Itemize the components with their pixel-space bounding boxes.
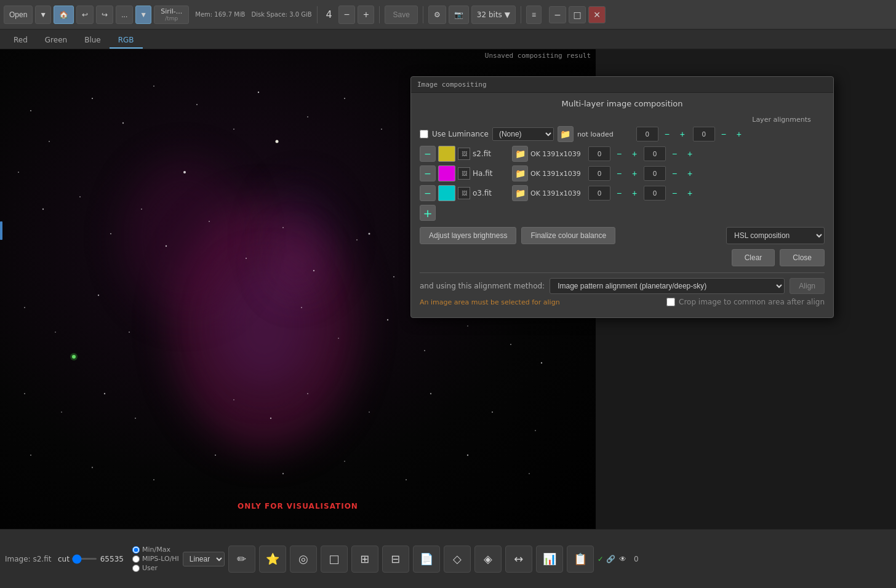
circle-tool-button[interactable]: ◎ <box>290 546 317 573</box>
tab-blue[interactable]: Blue <box>76 33 110 49</box>
luminance-plus-x-button[interactable]: + <box>676 127 689 141</box>
o3-minus-x-button[interactable]: − <box>612 186 626 200</box>
chart-tool-button[interactable]: 📊 <box>536 546 563 573</box>
ha-x-input[interactable] <box>588 166 610 181</box>
main-toolbar: Open ▼ 🏠 ↩ ↪ ... ▼ Siril-... /tmp Mem: 1… <box>0 0 896 30</box>
s2-plus-y-button[interactable]: + <box>683 147 697 161</box>
maximize-button[interactable]: □ <box>569 6 586 23</box>
open-dropdown-button[interactable]: ▼ <box>35 6 51 24</box>
tab-rgb[interactable]: RGB <box>110 33 143 49</box>
use-luminance-label: Use Luminance <box>432 130 489 138</box>
s2-align-y: − + <box>644 146 697 161</box>
settings-icon-button[interactable]: ⚙ <box>428 6 446 24</box>
tab-green[interactable]: Green <box>36 33 76 49</box>
dialog-bottom-buttons: Clear Close <box>420 249 825 266</box>
more-button[interactable]: ... <box>116 6 133 24</box>
o3-minus-y-button[interactable]: − <box>668 186 681 200</box>
o3-x-input[interactable] <box>588 186 610 201</box>
luminance-folder-button[interactable]: 📁 <box>558 126 574 142</box>
s2-align-x: − + <box>588 146 641 161</box>
ha-folder-button[interactable]: 📁 <box>512 165 528 181</box>
ha-minus-y-button[interactable]: − <box>668 167 681 180</box>
clear-button[interactable]: Clear <box>732 249 775 266</box>
luminance-minus-x-button[interactable]: − <box>660 127 674 141</box>
grid-tool-button[interactable]: ⊞ <box>351 546 378 573</box>
camera-icon-button[interactable]: 📷 <box>449 6 469 24</box>
s2-minus-x-button[interactable]: − <box>612 147 626 161</box>
page-icon: 📄 <box>420 552 433 565</box>
s2-y-input[interactable] <box>644 146 666 161</box>
zoom-controls: 👁 0 <box>619 555 644 563</box>
home-button[interactable]: 🏠 <box>54 6 74 24</box>
cut-slider[interactable] <box>72 558 97 560</box>
minmax-option[interactable]: Min/Max <box>132 546 179 554</box>
s2-plus-x-button[interactable]: + <box>628 147 641 161</box>
o3-plus-y-button[interactable]: + <box>683 186 697 200</box>
diamond2-tool-button[interactable]: ◈ <box>474 546 502 573</box>
image-label: Image: <box>5 555 31 563</box>
channel-tabs: Red Green Blue RGB <box>0 30 896 49</box>
s2-x-input[interactable] <box>588 146 610 161</box>
remove-s2-button[interactable]: − <box>420 146 436 162</box>
home-icon: 🏠 <box>59 10 68 19</box>
remove-o3-button[interactable]: − <box>420 185 436 201</box>
luminance-x-input[interactable] <box>636 127 658 141</box>
checkmark-icon: ✓ <box>598 555 604 563</box>
add-layer-button[interactable]: + <box>420 205 436 221</box>
star-icon: ⭐ <box>266 552 279 565</box>
ha-plus-x-button[interactable]: + <box>628 167 641 180</box>
dialog-close-button[interactable]: Close <box>780 249 825 266</box>
tab-red[interactable]: Red <box>5 33 36 49</box>
o3-align-y: − + <box>644 186 697 201</box>
remove-ha-button[interactable]: − <box>420 165 436 181</box>
ha-y-input[interactable] <box>644 166 666 181</box>
crop-checkbox[interactable] <box>666 298 675 306</box>
diamond-tool-button[interactable]: ◇ <box>444 546 471 573</box>
use-luminance-checkbox[interactable] <box>420 130 428 138</box>
minimize-button[interactable]: − <box>549 6 566 23</box>
user-option[interactable]: User <box>132 564 179 572</box>
arrows-tool-button[interactable]: ↔ <box>505 546 532 573</box>
undo-button[interactable]: ↩ <box>76 6 94 24</box>
open-button[interactable]: Open <box>4 6 33 24</box>
ha-filename: Ha.fit <box>473 169 510 178</box>
images-count: 4 <box>322 9 336 20</box>
scripts-button[interactable]: ▼ <box>135 6 151 24</box>
zoom-minus-button[interactable]: − <box>338 6 355 24</box>
alignment-method-select[interactable]: Image pattern alignment (planetary/deep-… <box>550 278 785 294</box>
s2-folder-button[interactable]: 📁 <box>512 146 528 162</box>
square-tool-button[interactable]: □ <box>321 546 348 573</box>
ha-plus-y-button[interactable]: + <box>683 167 697 180</box>
stretch-mode-group: Min/Max MIPS-LO/HI User <box>132 546 179 572</box>
menu-button[interactable]: ≡ <box>526 6 542 24</box>
luminance-y-input[interactable] <box>693 127 715 141</box>
s2-minus-y-button[interactable]: − <box>668 147 681 161</box>
compose-method-select[interactable]: HSL composition RGB composition <box>726 227 825 244</box>
page-tool-button[interactable]: 📄 <box>413 546 440 573</box>
luminance-minus-y-button[interactable]: − <box>717 127 730 141</box>
ha-minus-x-button[interactable]: − <box>612 167 626 180</box>
layers-tool-button[interactable]: 📋 <box>567 546 594 573</box>
o3-y-input[interactable] <box>644 186 666 201</box>
adjust-brightness-button[interactable]: Adjust layers brightness <box>420 227 516 244</box>
align-header: Layer alignments <box>420 116 825 124</box>
mem-info: Mem: 169.7 MiB <box>195 11 245 18</box>
s2-color-swatch <box>438 146 455 162</box>
zoom-plus-button[interactable]: + <box>358 6 374 24</box>
o3-folder-button[interactable]: 📁 <box>512 185 528 201</box>
mips-option[interactable]: MIPS-LO/HI <box>132 555 179 563</box>
o3-plus-x-button[interactable]: + <box>628 186 641 200</box>
redo-button[interactable]: ↪ <box>96 6 113 24</box>
luminance-plus-y-button[interactable]: + <box>732 127 746 141</box>
pencil-tool-button[interactable]: ✏️ <box>228 546 255 573</box>
user-label: User <box>142 564 158 572</box>
luminance-select[interactable]: (None) <box>492 127 554 141</box>
bits-selector[interactable]: 32 bits ▼ <box>471 6 516 24</box>
o3-filename: o3.fit <box>473 189 510 197</box>
stretch-function-select[interactable]: Linear <box>183 552 225 566</box>
finalize-balance-button[interactable]: Finalize colour balance <box>521 227 615 244</box>
s2-thumbnail: 🖼 <box>458 148 470 160</box>
window-close-button[interactable]: ✕ <box>588 6 606 23</box>
minus-tool-button[interactable]: ⊟ <box>382 546 409 573</box>
star-tool-button[interactable]: ⭐ <box>259 546 286 573</box>
